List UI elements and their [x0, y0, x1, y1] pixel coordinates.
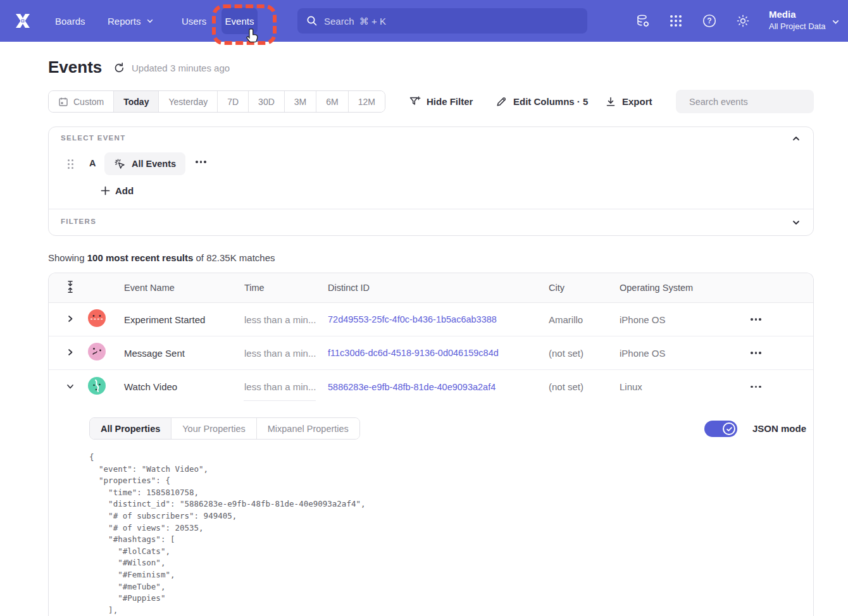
project-name: Media	[769, 8, 826, 21]
cell-city: Amarillo	[549, 314, 620, 325]
table-row: Experiment Started less than a min... 72…	[49, 303, 813, 336]
top-navbar: Boards Reports Users Events ? Media All …	[0, 0, 848, 42]
cell-time: less than a min...	[244, 381, 328, 392]
row-menu-icon[interactable]	[751, 318, 761, 321]
project-switcher[interactable]: Media All Project Data	[769, 8, 826, 32]
date-option-7d[interactable]: 7D	[218, 91, 249, 112]
results-summary: Showing 100 most recent results of 82.35…	[48, 252, 275, 263]
event-avatar	[88, 377, 124, 397]
filter-icon	[409, 95, 421, 108]
cell-time: less than a min...	[244, 348, 328, 359]
edit-columns-button[interactable]: Edit Columns · 5	[496, 90, 588, 113]
refresh-icon[interactable]	[113, 62, 125, 74]
help-icon[interactable]: ?	[702, 13, 717, 28]
plus-icon	[101, 186, 110, 195]
data-management-icon[interactable]	[635, 13, 651, 28]
event-row-letter: A	[89, 158, 96, 168]
collapse-section-chevron-up-icon[interactable]	[792, 134, 801, 143]
tab-all-properties[interactable]: All Properties	[90, 418, 171, 439]
hide-filter-label: Hide Filter	[427, 96, 473, 107]
expand-row-chevron-right-icon[interactable]	[49, 347, 88, 359]
results-suffix: of 82.35K matches	[193, 252, 275, 263]
time-cell-underline	[244, 400, 316, 401]
cell-event-name: Watch Video	[124, 381, 244, 392]
date-option-12m[interactable]: 12M	[349, 91, 385, 112]
apps-grid-icon[interactable]	[668, 13, 683, 28]
pencil-icon	[496, 95, 508, 108]
global-search[interactable]	[297, 8, 587, 34]
export-button[interactable]: Export	[605, 90, 652, 113]
cell-city: (not set)	[549, 348, 620, 359]
drag-handle-icon[interactable]	[68, 159, 73, 169]
event-avatar	[88, 343, 124, 363]
properties-tabs: All Properties Your Properties Mixpanel …	[89, 417, 360, 440]
search-events-input[interactable]	[689, 97, 807, 107]
global-search-input[interactable]	[324, 16, 578, 27]
svg-text:?: ?	[707, 16, 711, 25]
nav-reports-label: Reports	[108, 16, 141, 27]
section-divider	[49, 209, 813, 209]
cell-event-name: Experiment Started	[124, 314, 244, 325]
date-option-30d[interactable]: 30D	[249, 91, 285, 112]
search-events-box[interactable]	[676, 90, 814, 113]
date-option-6m[interactable]: 6M	[316, 91, 348, 112]
cell-os: iPhone OS	[620, 314, 751, 325]
settings-gear-icon[interactable]	[735, 13, 751, 28]
tab-mixpanel-properties[interactable]: Mixpanel Properties	[257, 418, 359, 439]
expand-filters-chevron-down-icon[interactable]	[792, 218, 801, 227]
edit-columns-label: Edit Columns · 5	[513, 96, 588, 107]
nav-users[interactable]: Users	[182, 0, 206, 42]
add-event-button[interactable]: Add	[101, 185, 134, 196]
cell-os: Linux	[620, 381, 751, 392]
events-table: Event Name Time Distinct ID City Operati…	[48, 273, 814, 616]
updated-timestamp: Updated 3 minutes ago	[132, 63, 230, 73]
sort-rows-icon[interactable]	[49, 280, 88, 296]
chevron-down-icon	[146, 17, 154, 25]
tab-your-properties[interactable]: Your Properties	[171, 418, 256, 439]
event-avatar	[88, 309, 124, 330]
toggle-knob-check-icon	[723, 422, 735, 435]
date-option-custom[interactable]: Custom	[49, 91, 114, 112]
table-row-expanded: Watch Video less than a min... 5886283e-…	[49, 370, 813, 403]
col-header-os: Operating System	[620, 283, 751, 293]
project-subtitle: All Project Data	[769, 21, 826, 32]
calendar-icon	[58, 97, 68, 107]
col-header-distinct-id: Distinct ID	[328, 283, 549, 293]
mixpanel-logo-icon[interactable]	[11, 9, 34, 35]
event-more-options-icon[interactable]	[196, 161, 206, 163]
hide-filter-button[interactable]: Hide Filter	[409, 90, 473, 113]
table-header-row: Event Name Time Distinct ID City Operati…	[49, 273, 813, 303]
row-menu-icon[interactable]	[751, 386, 761, 388]
nav-boards[interactable]: Boards	[55, 0, 85, 42]
page-title: Events	[48, 58, 102, 77]
json-mode-label: JSON mode	[752, 423, 806, 434]
date-option-3m[interactable]: 3M	[285, 91, 316, 112]
cell-time: less than a min...	[244, 314, 328, 325]
project-chevron-down-icon[interactable]	[832, 17, 840, 28]
query-builder-card: SELECT EVENT A All Events Add FILTERS	[48, 126, 814, 236]
nav-reports[interactable]: Reports	[108, 0, 154, 42]
nav-events[interactable]: Events	[221, 8, 258, 34]
date-option-yesterday[interactable]: Yesterday	[159, 91, 218, 112]
event-json-view: { "event": "Watch Video", "properties": …	[89, 452, 366, 616]
table-row: Message Sent less than a min... f11c30d6…	[49, 336, 813, 370]
events-page: Boards Reports Users Events ? Media All …	[0, 0, 848, 616]
download-icon	[605, 96, 616, 108]
event-detail-panel: All Properties Your Properties Mixpanel …	[49, 403, 813, 616]
event-selector-label: All Events	[132, 159, 176, 169]
row-menu-icon[interactable]	[751, 352, 761, 354]
json-mode-toggle[interactable]	[704, 421, 737, 437]
cell-distinct-id-link[interactable]: f11c30d6-dc6d-4518-9136-0d046159c84d	[328, 348, 549, 358]
cell-distinct-id-link[interactable]: 5886283e-e9fb-48fb-81de-40e9093a2af4	[328, 382, 549, 392]
col-header-event-name: Event Name	[124, 283, 244, 293]
cell-os: iPhone OS	[620, 348, 751, 359]
collapse-row-chevron-down-icon[interactable]	[49, 381, 88, 393]
cell-distinct-id-link[interactable]: 72d49553-25fc-4f0c-b436-1b5ac6ab3388	[328, 314, 549, 324]
col-header-time: Time	[244, 283, 328, 293]
search-icon	[306, 15, 318, 27]
expand-row-chevron-right-icon[interactable]	[49, 314, 88, 325]
date-option-today[interactable]: Today	[114, 91, 159, 112]
cell-event-name: Message Sent	[124, 348, 244, 359]
results-prefix: Showing	[48, 252, 87, 263]
event-selector-chip[interactable]: All Events	[104, 152, 185, 175]
